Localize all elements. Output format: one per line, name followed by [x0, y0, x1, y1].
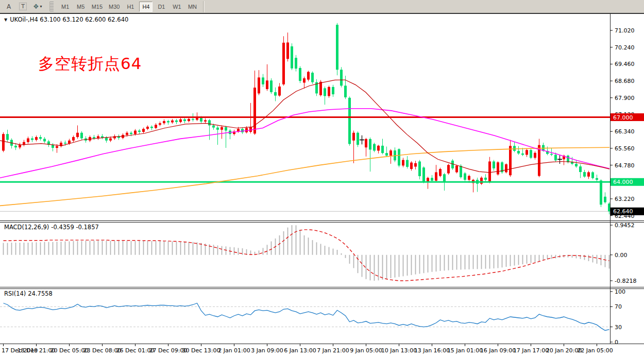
- candle-body: [167, 121, 170, 123]
- candle-body: [142, 129, 145, 132]
- candle-body: [31, 139, 33, 140]
- time-tick-label: 17 Jan 17:00: [513, 347, 549, 354]
- candle-body: [324, 88, 326, 96]
- candle-body: [35, 137, 38, 140]
- candle-body: [212, 125, 215, 127]
- candle-body: [266, 80, 268, 89]
- price-tick-label: 68.680: [615, 78, 635, 84]
- price-tick-label: 67.900: [615, 95, 635, 101]
- candle-body: [484, 178, 487, 180]
- toolbar-grip[interactable]: [49, 2, 54, 11]
- timeframe-button-mn[interactable]: MN: [185, 2, 199, 12]
- candle-body: [604, 197, 606, 202]
- timeframe-button-m1[interactable]: M1: [59, 2, 72, 12]
- timeframe-button-d1[interactable]: D1: [155, 2, 168, 12]
- macd-tick-label: -0.8218: [615, 278, 636, 284]
- candle-body: [336, 25, 338, 70]
- dropdown-icon[interactable]: ▼: [4, 18, 7, 22]
- timeframe-button-h4[interactable]: H4: [139, 2, 152, 12]
- candle-body: [455, 166, 458, 173]
- rsi-pane[interactable]: [0, 288, 610, 344]
- candle-body: [278, 87, 281, 96]
- candle-body: [464, 174, 466, 180]
- time-tick-label: 23 Dec 08:00: [83, 347, 122, 354]
- candle-body: [134, 131, 137, 134]
- candle-body: [497, 162, 499, 174]
- candle-body: [348, 98, 351, 144]
- candle-body: [596, 178, 598, 180]
- candle-body: [583, 172, 586, 177]
- candle-body: [575, 164, 578, 166]
- timeframe-group: M1M5M15M30H1H4D1W1MN: [58, 2, 200, 12]
- timeframe-button-w1[interactable]: W1: [170, 2, 183, 12]
- candle-body: [488, 161, 491, 182]
- candle-body: [43, 139, 46, 141]
- candle-body: [225, 127, 227, 131]
- time-tick-label: 10 Jan 13:00: [381, 347, 417, 354]
- rsi-indicator-label: RSI(14)24.7558: [4, 290, 55, 297]
- candle-body: [64, 143, 66, 144]
- candle-body: [344, 86, 347, 97]
- candle-body: [249, 127, 252, 132]
- candle-body: [52, 145, 54, 148]
- text-style-button[interactable]: A: [3, 2, 14, 12]
- candle-body: [159, 123, 161, 125]
- candle-body: [600, 180, 602, 204]
- rsi-tick-label: 100: [615, 288, 625, 295]
- rsi-tick-label: 0: [615, 339, 618, 346]
- time-tick-label: 6 Jan 13:00: [284, 347, 316, 354]
- candle-body: [262, 77, 264, 84]
- candle-body: [2, 134, 5, 150]
- timeframe-button-m15[interactable]: M15: [90, 2, 105, 12]
- candle-body: [171, 121, 174, 123]
- candle-body: [200, 117, 202, 122]
- candle-body: [299, 68, 301, 81]
- macd-pane[interactable]: [0, 222, 610, 287]
- candle-body: [468, 176, 470, 180]
- candle-body: [530, 150, 532, 158]
- candle-body: [307, 72, 310, 79]
- candle-body: [332, 87, 334, 94]
- price-tag-label: 64.000: [613, 179, 633, 185]
- time-tick-label: 27 Dec 09:00: [149, 347, 188, 354]
- price-tick-label: 66.340: [615, 128, 635, 135]
- candle-body: [579, 166, 582, 172]
- candle-body: [175, 121, 178, 122]
- label-tool-button[interactable]: T: [15, 2, 30, 12]
- candle-body: [105, 138, 108, 141]
- candle-body: [431, 178, 433, 180]
- candle-body: [389, 150, 392, 156]
- candle-body: [216, 128, 219, 130]
- rsi-label-value: 24.7558: [28, 290, 53, 297]
- time-tick-label: 9 Jan 05:00: [350, 347, 382, 354]
- timeframe-button-m5[interactable]: M5: [74, 2, 88, 12]
- candle-body: [295, 58, 297, 69]
- candle-body: [340, 70, 343, 86]
- macd-tick-label: 0.9452: [615, 222, 635, 229]
- candle-body: [241, 129, 244, 132]
- candle-body: [369, 139, 371, 150]
- timeframe-button-h1[interactable]: H1: [124, 2, 137, 12]
- candle-body: [72, 137, 75, 141]
- candle-body: [282, 43, 285, 84]
- candle-body: [480, 178, 483, 184]
- candle-body: [221, 127, 223, 130]
- macd-label-values: -0.4359 -0.1857: [51, 224, 98, 231]
- candle-body: [188, 119, 190, 121]
- candle-body: [521, 154, 524, 155]
- candle-body: [291, 46, 293, 69]
- arrows-dropdown-button[interactable]: ❖ ▾: [33, 3, 42, 10]
- candle-body: [150, 127, 153, 128]
- candle-body: [56, 146, 58, 148]
- timeframe-button-m30[interactable]: M30: [107, 2, 122, 12]
- candle-body: [534, 153, 536, 158]
- candle-body: [381, 146, 384, 153]
- candle-body: [567, 156, 569, 162]
- rsi-tick-label: 70: [615, 303, 622, 310]
- candle-body: [163, 121, 165, 123]
- candle-body: [402, 160, 404, 166]
- candle-body: [126, 133, 128, 135]
- label-tool-icon: T: [19, 3, 27, 10]
- candle-body: [208, 120, 211, 125]
- candle-body: [435, 172, 437, 180]
